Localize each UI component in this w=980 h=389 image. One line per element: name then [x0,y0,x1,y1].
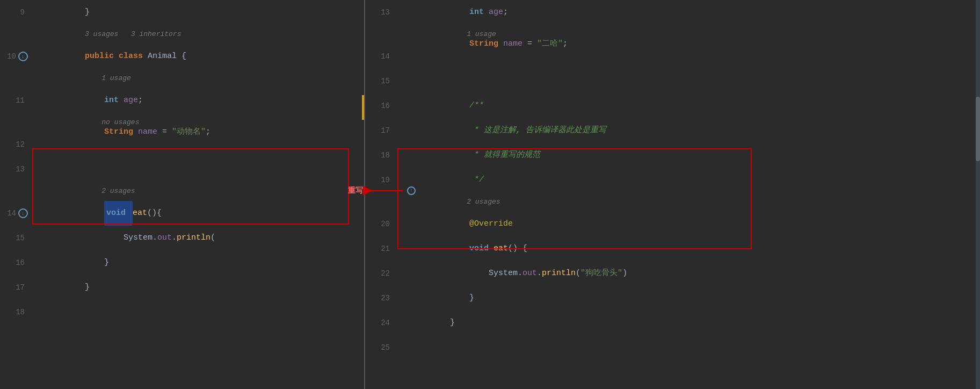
gutter-icon-21-right[interactable]: ↑ [407,186,416,195]
override-label: 重写 [348,186,363,196]
line-num-13: 13 [0,165,32,174]
r-line-num-24: 24 [365,319,397,327]
r-line-25: 25 [365,335,980,360]
r-line-num-15: 15 [365,77,397,85]
left-panel: 9 } 3 usages 3 inheritors 10 ↓ p [0,0,365,389]
editor-container: 9 } 3 usages 3 inheritors 10 ↓ p [0,0,980,389]
line-num-17: 17 [0,283,32,292]
line-num-14: 14 ↓ [0,208,32,218]
line-num-9: 9 [0,8,32,17]
r-line-num-20: 20 [365,220,397,228]
right-panel: 13 int age; 1 usage 14 String name = "二哈… [365,0,980,389]
r-line-num-22: 22 [365,269,397,278]
line-num-11: 11 [0,96,32,105]
r-line-14: 14 String name = "二哈"; [365,44,980,69]
r-line-num-23: 23 [365,294,397,302]
scrollbar[interactable] [976,0,980,389]
line-num-15: 15 [0,234,32,242]
r-line-num-16: 16 [365,102,397,110]
r-line-num-17: 17 [365,126,397,135]
r-line-num-25: 25 [365,343,397,352]
r-line-num-14: 14 [365,52,397,61]
line-num-16: 16 [0,258,32,267]
yellow-marker-12 [362,95,364,120]
r-line-num-18: 18 [365,151,397,160]
line-num-18: 18 [0,308,32,316]
r-line-num-13: 13 [365,8,397,17]
r-line-24: 24 } [365,311,980,335]
arrow-svg [363,183,406,199]
left-code-area: 9 } 3 usages 3 inheritors 10 ↓ p [0,0,364,389]
right-code-area: 13 int age; 1 usage 14 String name = "二哈… [365,0,980,389]
gutter-icon-14[interactable]: ↓ [18,208,28,218]
line-num-10: 10 ↓ [0,52,32,61]
scrollbar-thumb[interactable] [976,97,980,161]
arrow-overlay: 重写 ↑ [348,183,416,199]
line-18: 18 [0,300,364,325]
line-17: 17 } [0,275,364,300]
gutter-icon-10[interactable]: ↓ [18,52,28,61]
r-line-num-21: 21 [365,244,397,253]
line-12: 12 String name = "动物名"; [0,132,364,157]
line-num-12: 12 [0,140,32,149]
